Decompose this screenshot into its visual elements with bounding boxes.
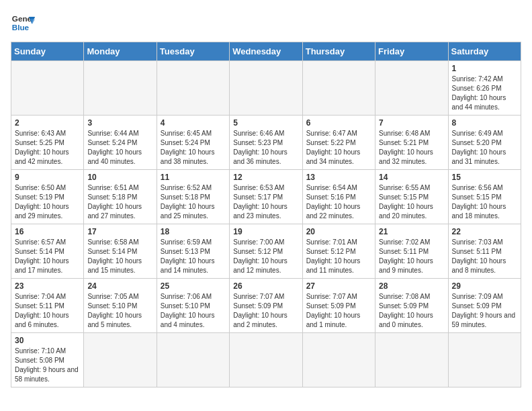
day-header-tuesday: Tuesday — [157, 42, 229, 61]
day-number: 6 — [306, 118, 371, 128]
day-info: Sunrise: 7:10 AM Sunset: 5:08 PM Dayligh… — [15, 347, 80, 384]
day-info: Sunrise: 6:47 AM Sunset: 5:22 PM Dayligh… — [306, 129, 371, 167]
calendar-cell: 9Sunrise: 6:50 AM Sunset: 5:19 PM Daylig… — [11, 170, 84, 224]
day-number: 1 — [452, 64, 517, 73]
logo: General Blue — [11, 11, 35, 35]
day-header-saturday: Saturday — [448, 42, 521, 61]
day-header-friday: Friday — [375, 42, 448, 61]
calendar-cell: 10Sunrise: 6:51 AM Sunset: 5:18 PM Dayli… — [84, 170, 157, 224]
calendar-header-row: SundayMondayTuesdayWednesdayThursdayFrid… — [11, 42, 521, 61]
calendar-cell — [11, 61, 84, 116]
calendar-cell: 3Sunrise: 6:44 AM Sunset: 5:24 PM Daylig… — [84, 116, 157, 170]
day-number: 30 — [15, 336, 80, 345]
calendar-cell: 15Sunrise: 6:56 AM Sunset: 5:15 PM Dayli… — [448, 170, 521, 224]
day-number: 19 — [233, 227, 298, 236]
day-number: 21 — [379, 227, 444, 236]
calendar-cell — [230, 333, 302, 387]
day-header-sunday: Sunday — [11, 42, 84, 61]
calendar-cell: 25Sunrise: 7:06 AM Sunset: 5:10 PM Dayli… — [157, 279, 229, 333]
day-number: 29 — [452, 281, 517, 291]
day-info: Sunrise: 6:52 AM Sunset: 5:18 PM Dayligh… — [161, 183, 226, 221]
day-info: Sunrise: 7:07 AM Sunset: 5:09 PM Dayligh… — [306, 292, 371, 330]
day-number: 9 — [15, 173, 80, 182]
week-row-3: 9Sunrise: 6:50 AM Sunset: 5:19 PM Daylig… — [11, 170, 521, 224]
calendar-cell: 28Sunrise: 7:08 AM Sunset: 5:09 PM Dayli… — [375, 279, 448, 333]
week-row-5: 23Sunrise: 7:04 AM Sunset: 5:11 PM Dayli… — [11, 279, 521, 333]
calendar-cell — [302, 61, 375, 116]
calendar-cell: 23Sunrise: 7:04 AM Sunset: 5:11 PM Dayli… — [11, 279, 84, 333]
day-number: 16 — [15, 227, 80, 236]
day-number: 26 — [233, 281, 298, 291]
day-number: 5 — [233, 118, 298, 128]
calendar-cell: 11Sunrise: 6:52 AM Sunset: 5:18 PM Dayli… — [157, 170, 229, 224]
calendar-cell: 7Sunrise: 6:48 AM Sunset: 5:21 PM Daylig… — [375, 116, 448, 170]
day-info: Sunrise: 7:01 AM Sunset: 5:12 PM Dayligh… — [306, 238, 371, 275]
calendar-cell: 13Sunrise: 6:54 AM Sunset: 5:16 PM Dayli… — [302, 170, 375, 224]
calendar-cell — [375, 333, 448, 387]
day-number: 12 — [233, 173, 298, 182]
day-number: 22 — [452, 227, 517, 236]
calendar-cell: 14Sunrise: 6:55 AM Sunset: 5:15 PM Dayli… — [375, 170, 448, 224]
day-number: 7 — [379, 118, 444, 128]
calendar-cell: 6Sunrise: 6:47 AM Sunset: 5:22 PM Daylig… — [302, 116, 375, 170]
week-row-4: 16Sunrise: 6:57 AM Sunset: 5:14 PM Dayli… — [11, 224, 521, 279]
day-info: Sunrise: 6:55 AM Sunset: 5:15 PM Dayligh… — [379, 183, 444, 221]
day-info: Sunrise: 6:58 AM Sunset: 5:14 PM Dayligh… — [87, 238, 152, 275]
calendar-cell — [448, 333, 521, 387]
calendar-cell: 22Sunrise: 7:03 AM Sunset: 5:11 PM Dayli… — [448, 224, 521, 279]
day-header-monday: Monday — [84, 42, 157, 61]
day-info: Sunrise: 7:00 AM Sunset: 5:12 PM Dayligh… — [233, 238, 298, 275]
day-info: Sunrise: 7:07 AM Sunset: 5:09 PM Dayligh… — [233, 292, 298, 330]
calendar-cell: 20Sunrise: 7:01 AM Sunset: 5:12 PM Dayli… — [302, 224, 375, 279]
day-number: 28 — [379, 281, 444, 291]
day-info: Sunrise: 6:56 AM Sunset: 5:15 PM Dayligh… — [452, 183, 517, 221]
calendar-cell: 16Sunrise: 6:57 AM Sunset: 5:14 PM Dayli… — [11, 224, 84, 279]
calendar-cell — [84, 61, 157, 116]
day-info: Sunrise: 7:06 AM Sunset: 5:10 PM Dayligh… — [161, 292, 226, 330]
day-info: Sunrise: 6:50 AM Sunset: 5:19 PM Dayligh… — [15, 183, 80, 221]
day-number: 15 — [452, 173, 517, 182]
day-info: Sunrise: 7:09 AM Sunset: 5:09 PM Dayligh… — [452, 292, 517, 330]
day-number: 27 — [306, 281, 371, 291]
day-header-wednesday: Wednesday — [230, 42, 302, 61]
day-info: Sunrise: 6:54 AM Sunset: 5:16 PM Dayligh… — [306, 183, 371, 221]
day-number: 20 — [306, 227, 371, 236]
calendar-table: SundayMondayTuesdayWednesdayThursdayFrid… — [11, 42, 521, 387]
day-number: 25 — [161, 281, 226, 291]
day-number: 11 — [161, 173, 226, 182]
day-info: Sunrise: 6:49 AM Sunset: 5:20 PM Dayligh… — [452, 129, 517, 167]
day-info: Sunrise: 6:51 AM Sunset: 5:18 PM Dayligh… — [87, 183, 152, 221]
day-number: 17 — [87, 227, 152, 236]
day-number: 8 — [452, 118, 517, 128]
day-number: 4 — [161, 118, 226, 128]
calendar-cell: 5Sunrise: 6:46 AM Sunset: 5:23 PM Daylig… — [230, 116, 302, 170]
svg-text:Blue: Blue — [12, 23, 30, 32]
calendar-cell: 12Sunrise: 6:53 AM Sunset: 5:17 PM Dayli… — [230, 170, 302, 224]
day-number: 3 — [87, 118, 152, 128]
day-info: Sunrise: 7:04 AM Sunset: 5:11 PM Dayligh… — [15, 292, 80, 330]
day-info: Sunrise: 7:02 AM Sunset: 5:11 PM Dayligh… — [379, 238, 444, 275]
calendar-cell: 2Sunrise: 6:43 AM Sunset: 5:25 PM Daylig… — [11, 116, 84, 170]
calendar-cell: 30Sunrise: 7:10 AM Sunset: 5:08 PM Dayli… — [11, 333, 84, 387]
calendar-cell: 8Sunrise: 6:49 AM Sunset: 5:20 PM Daylig… — [448, 116, 521, 170]
day-number: 13 — [306, 173, 371, 182]
calendar-cell: 17Sunrise: 6:58 AM Sunset: 5:14 PM Dayli… — [84, 224, 157, 279]
day-info: Sunrise: 6:43 AM Sunset: 5:25 PM Dayligh… — [15, 129, 80, 167]
day-info: Sunrise: 6:53 AM Sunset: 5:17 PM Dayligh… — [233, 183, 298, 221]
calendar-cell: 1Sunrise: 7:42 AM Sunset: 6:26 PM Daylig… — [448, 61, 521, 116]
calendar-cell: 18Sunrise: 6:59 AM Sunset: 5:13 PM Dayli… — [157, 224, 229, 279]
calendar-cell: 19Sunrise: 7:00 AM Sunset: 5:12 PM Dayli… — [230, 224, 302, 279]
logo-icon: General Blue — [11, 11, 35, 35]
day-info: Sunrise: 7:08 AM Sunset: 5:09 PM Dayligh… — [379, 292, 444, 330]
calendar-cell: 26Sunrise: 7:07 AM Sunset: 5:09 PM Dayli… — [230, 279, 302, 333]
day-number: 24 — [87, 281, 152, 291]
calendar-cell — [375, 61, 448, 116]
day-number: 18 — [161, 227, 226, 236]
day-info: Sunrise: 6:57 AM Sunset: 5:14 PM Dayligh… — [15, 238, 80, 275]
calendar-cell — [230, 61, 302, 116]
day-info: Sunrise: 6:46 AM Sunset: 5:23 PM Dayligh… — [233, 129, 298, 167]
week-row-1: 1Sunrise: 7:42 AM Sunset: 6:26 PM Daylig… — [11, 61, 521, 116]
day-info: Sunrise: 7:42 AM Sunset: 6:26 PM Dayligh… — [452, 75, 517, 112]
day-number: 10 — [87, 173, 152, 182]
day-number: 14 — [379, 173, 444, 182]
